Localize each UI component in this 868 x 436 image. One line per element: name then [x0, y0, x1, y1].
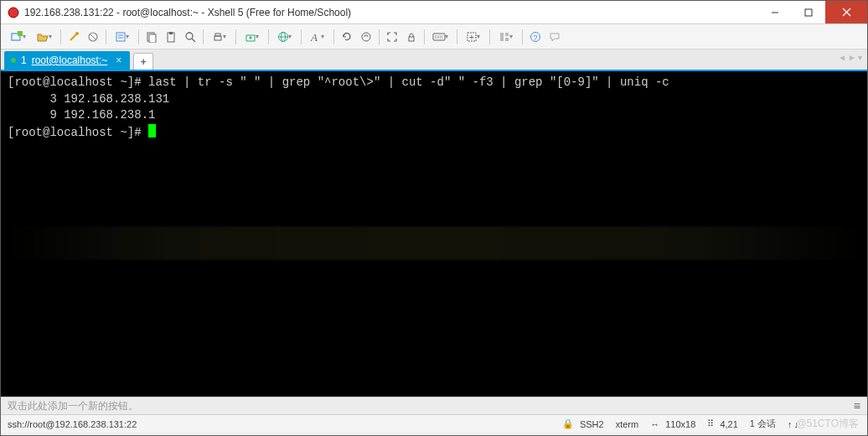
- status-termtype: xterm: [616, 419, 639, 429]
- separator: [106, 29, 106, 44]
- separator: [424, 29, 425, 44]
- connected-dot-icon: [11, 58, 16, 63]
- svg-rect-27: [433, 34, 445, 40]
- up-icon: ↑: [788, 419, 793, 429]
- svg-line-18: [192, 39, 195, 42]
- position-icon: ⠿: [707, 418, 714, 429]
- minimize-button[interactable]: [758, 1, 792, 23]
- refresh-button[interactable]: [338, 28, 356, 46]
- hint-text: 双击此处添加一个新的按钮。: [8, 399, 138, 413]
- app-icon: [8, 7, 19, 18]
- svg-rect-33: [505, 33, 509, 36]
- print-button[interactable]: ▾: [207, 28, 232, 46]
- visualizer-decoration: [1, 226, 867, 260]
- reconnect-button[interactable]: [65, 28, 83, 46]
- svg-rect-14: [149, 34, 156, 43]
- svg-rect-32: [500, 33, 504, 41]
- status-protocol: 🔒 SSH2: [562, 418, 604, 429]
- svg-rect-34: [505, 38, 509, 41]
- separator: [457, 29, 457, 44]
- properties-button[interactable]: ▾: [110, 28, 135, 46]
- svg-point-17: [186, 33, 193, 39]
- svg-rect-20: [215, 34, 220, 36]
- svg-rect-2: [805, 9, 812, 16]
- add-button[interactable]: +▾: [461, 28, 486, 46]
- svg-text:+: +: [469, 33, 474, 42]
- separator: [301, 29, 302, 44]
- status-size: ↔ 110x18: [650, 419, 695, 429]
- tab-label: root@localhost:~: [32, 54, 108, 66]
- new-session-button[interactable]: ▾: [6, 28, 31, 46]
- status-cursor-pos: ⠿ 4,21: [707, 418, 737, 429]
- tab-close-icon[interactable]: ×: [116, 54, 121, 66]
- separator: [203, 29, 204, 44]
- svg-rect-10: [116, 33, 125, 41]
- svg-point-25: [362, 33, 370, 41]
- status-sessions: 1 会话: [750, 418, 776, 430]
- quick-button-bar[interactable]: 双击此处添加一个新的按钮。 ≡: [1, 397, 867, 414]
- find-button[interactable]: [181, 28, 199, 46]
- separator: [235, 29, 236, 44]
- output-line: 3 192.168.238.131: [8, 92, 169, 106]
- maximize-button[interactable]: [792, 1, 825, 23]
- copy-button[interactable]: [142, 28, 161, 46]
- svg-line-9: [90, 34, 96, 39]
- close-button[interactable]: [825, 1, 867, 23]
- statusbar: ssh://root@192.168.238.131:22 🔒 SSH2 xte…: [1, 414, 867, 433]
- tab-list-icon[interactable]: ▾: [858, 53, 862, 62]
- file-transfer-button[interactable]: ▾: [240, 28, 265, 46]
- lock-icon: 🔒: [562, 418, 574, 429]
- separator: [60, 29, 61, 44]
- output-line: 9 192.168.238.1: [8, 108, 155, 122]
- svg-rect-26: [409, 37, 414, 41]
- plus-icon: +: [141, 56, 147, 68]
- svg-text:?: ?: [534, 34, 538, 42]
- menu-icon[interactable]: ≡: [854, 399, 860, 413]
- tab-next-icon[interactable]: ►: [848, 53, 856, 62]
- resize-icon: ↔: [650, 419, 659, 429]
- keyboard-button[interactable]: ▾: [428, 28, 453, 46]
- lock-button[interactable]: [402, 28, 421, 46]
- window-controls: [758, 1, 867, 23]
- font-button[interactable]: A▾: [305, 28, 330, 46]
- separator: [489, 29, 490, 44]
- separator: [268, 29, 269, 44]
- help-button[interactable]: ?: [526, 28, 545, 46]
- svg-point-0: [8, 8, 18, 18]
- status-updown: ↑↓: [788, 419, 798, 429]
- chat-button[interactable]: [545, 28, 564, 46]
- svg-rect-19: [214, 36, 221, 40]
- connection-string: ssh://root@192.168.238.131:22: [8, 419, 137, 429]
- session-tab[interactable]: 1 root@localhost:~ ×: [4, 51, 130, 70]
- svg-point-7: [75, 32, 79, 35]
- tab-prev-icon[interactable]: ◄: [838, 53, 846, 62]
- paste-button[interactable]: [162, 28, 180, 46]
- down-icon: ↓: [794, 419, 799, 429]
- svg-rect-16: [169, 32, 173, 34]
- new-tab-button[interactable]: +: [133, 53, 153, 70]
- svg-text:A: A: [310, 31, 318, 43]
- sync-button[interactable]: [357, 28, 375, 46]
- terminal[interactable]: [root@localhost ~]# last | tr -s " " | g…: [1, 71, 867, 397]
- window-title: 192.168.238.131:22 - root@localhost:~ - …: [24, 7, 351, 18]
- separator: [522, 29, 523, 44]
- globe-button[interactable]: ▾: [272, 28, 297, 46]
- separator: [138, 29, 139, 44]
- tab-nav: ◄ ► ▾: [838, 53, 862, 62]
- titlebar: 192.168.238.131:22 - root@localhost:~ - …: [1, 1, 867, 24]
- fullscreen-button[interactable]: [383, 28, 401, 46]
- command: last | tr -s " " | grep "^root\>" | cut …: [148, 75, 669, 89]
- separator: [379, 29, 380, 44]
- open-button[interactable]: ▾: [32, 28, 57, 46]
- prompt: [root@localhost ~]#: [8, 126, 148, 139]
- prompt: [root@localhost ~]#: [8, 75, 148, 89]
- tabbar: 1 root@localhost:~ × + ◄ ► ▾: [1, 49, 867, 71]
- disconnect-button[interactable]: [84, 28, 102, 46]
- separator: [333, 29, 334, 44]
- tab-index: 1: [21, 54, 27, 66]
- toolbar: ▾ ▾ ▾ ▾ ▾ ▾ A▾: [1, 24, 867, 49]
- cursor: [148, 124, 156, 138]
- layout-button[interactable]: ▾: [493, 28, 519, 46]
